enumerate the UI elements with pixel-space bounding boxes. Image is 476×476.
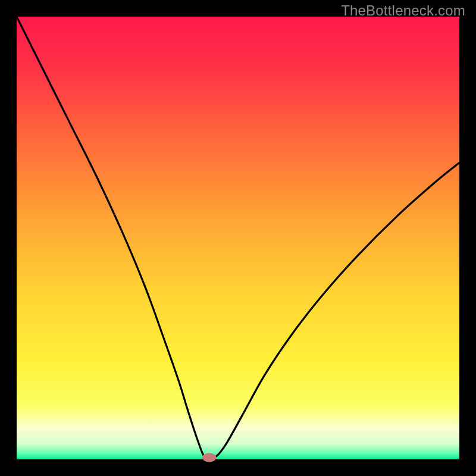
bottleneck-chart <box>0 0 476 476</box>
chart-frame: TheBottleneck.com <box>0 0 476 476</box>
watermark-text: TheBottleneck.com <box>341 2 465 19</box>
optimal-point-marker <box>202 453 217 462</box>
plot-area <box>17 17 459 459</box>
